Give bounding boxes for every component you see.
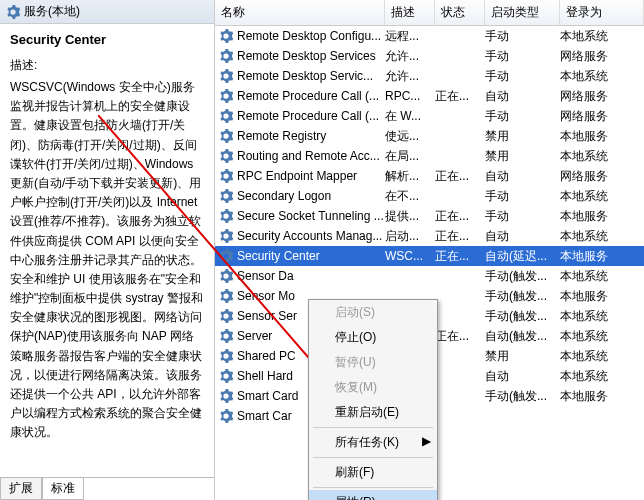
gear-icon (219, 149, 233, 163)
menu-all-tasks[interactable]: 所有任务(K)▶ (309, 430, 437, 455)
menu-start[interactable]: 启动(S) (309, 300, 437, 325)
gear-icon (219, 249, 233, 263)
service-logon: 本地系统 (560, 327, 644, 346)
table-row[interactable]: Remote Procedure Call (...在 W...手动网络服务 (215, 106, 644, 126)
table-row[interactable]: Remote Desktop Services允许...手动网络服务 (215, 46, 644, 66)
service-status (435, 135, 485, 137)
service-desc: 允许... (385, 47, 435, 66)
service-status: 正在... (435, 207, 485, 226)
service-name: Routing and Remote Acc... (237, 149, 380, 163)
service-logon: 本地系统 (560, 187, 644, 206)
service-logon: 本地系统 (560, 267, 644, 286)
service-status (435, 195, 485, 197)
menu-restart[interactable]: 重新启动(E) (309, 400, 437, 425)
service-name: Security Center (237, 249, 320, 263)
menu-stop[interactable]: 停止(O) (309, 325, 437, 350)
service-logon: 本地系统 (560, 147, 644, 166)
table-row[interactable]: Remote Desktop Configu...远程...手动本地系统 (215, 26, 644, 46)
gear-icon (219, 389, 233, 403)
service-desc: 允许... (385, 67, 435, 86)
gear-icon (219, 289, 233, 303)
service-status (435, 35, 485, 37)
gear-icon (219, 209, 233, 223)
menu-properties[interactable]: 属性(R) (309, 490, 437, 500)
service-logon: 本地服务 (560, 207, 644, 226)
context-menu: 启动(S) 停止(O) 暂停(U) 恢复(M) 重新启动(E) 所有任务(K)▶… (308, 299, 438, 500)
col-logon[interactable]: 登录为 (560, 0, 644, 25)
col-name[interactable]: 名称 (215, 0, 385, 25)
col-status[interactable]: 状态 (435, 0, 485, 25)
gear-icon (219, 409, 233, 423)
service-name: Secondary Logon (237, 189, 331, 203)
service-logon: 本地服务 (560, 247, 644, 266)
service-logon: 网络服务 (560, 87, 644, 106)
service-startup: 禁用 (485, 127, 560, 146)
gear-icon (219, 309, 233, 323)
gear-icon (219, 349, 233, 363)
table-header: 名称 描述 状态 启动类型 登录为 (215, 0, 644, 26)
gear-icon (219, 89, 233, 103)
tab-standard[interactable]: 标准 (42, 478, 84, 500)
service-startup: 手动 (485, 47, 560, 66)
service-desc: 在局... (385, 147, 435, 166)
tab-extended[interactable]: 扩展 (0, 478, 42, 500)
gear-icon (219, 129, 233, 143)
service-startup: 自动 (485, 167, 560, 186)
menu-refresh[interactable]: 刷新(F) (309, 460, 437, 485)
table-row[interactable]: Secondary Logon在不...手动本地系统 (215, 186, 644, 206)
service-status (435, 355, 485, 357)
chevron-right-icon: ▶ (422, 434, 431, 448)
service-logon: 网络服务 (560, 167, 644, 186)
service-name: Sensor Mo (237, 289, 295, 303)
col-startup[interactable]: 启动类型 (485, 0, 560, 25)
table-row[interactable]: Routing and Remote Acc...在局...禁用本地系统 (215, 146, 644, 166)
service-desc: RPC... (385, 88, 435, 104)
col-desc[interactable]: 描述 (385, 0, 435, 25)
service-logon: 本地服务 (560, 127, 644, 146)
table-row[interactable]: RPC Endpoint Mapper解析...正在...自动网络服务 (215, 166, 644, 186)
service-startup (485, 415, 560, 417)
service-status (435, 75, 485, 77)
service-startup: 手动 (485, 27, 560, 46)
service-name: Security Accounts Manag... (237, 229, 382, 243)
table-row[interactable]: Remote Procedure Call (...RPC...正在...自动网… (215, 86, 644, 106)
service-status (435, 375, 485, 377)
service-title: Security Center (10, 32, 204, 47)
service-name: Sensor Da (237, 269, 294, 283)
service-logon (560, 415, 644, 417)
gear-icon (219, 269, 233, 283)
service-status: 正在... (435, 227, 485, 246)
service-startup: 手动 (485, 67, 560, 86)
service-startup: 禁用 (485, 147, 560, 166)
table-row[interactable]: Sensor Da手动(触发...本地系统 (215, 266, 644, 286)
table-row[interactable]: Security Accounts Manag...启动...正在...自动本地… (215, 226, 644, 246)
service-logon: 本地系统 (560, 347, 644, 366)
service-name: Remote Procedure Call (... (237, 89, 379, 103)
service-status: 正在... (435, 87, 485, 106)
menu-separator (313, 457, 433, 458)
service-name: Shared PC (237, 349, 296, 363)
menu-resume[interactable]: 恢复(M) (309, 375, 437, 400)
service-startup: 自动 (485, 227, 560, 246)
service-startup: 自动(延迟... (485, 247, 560, 266)
service-name: Remote Registry (237, 129, 326, 143)
service-status (435, 55, 485, 57)
service-logon: 网络服务 (560, 107, 644, 126)
service-desc: 在不... (385, 187, 435, 206)
description-label: 描述: (10, 57, 204, 74)
gear-icon (6, 5, 20, 19)
gear-icon (219, 109, 233, 123)
service-name: Smart Card (237, 389, 298, 403)
table-row[interactable]: Remote Desktop Servic...允许...手动本地系统 (215, 66, 644, 86)
table-row[interactable]: Secure Socket Tunneling ...提供...正在...手动本… (215, 206, 644, 226)
table-row[interactable]: Security CenterWSC...正在...自动(延迟...本地服务 (215, 246, 644, 266)
left-pane-title: 服务(本地) (0, 0, 214, 24)
menu-pause[interactable]: 暂停(U) (309, 350, 437, 375)
table-row[interactable]: Remote Registry使远...禁用本地服务 (215, 126, 644, 146)
service-logon: 本地系统 (560, 27, 644, 46)
left-pane: 服务(本地) Security Center 描述: WSCSVC(Window… (0, 0, 215, 500)
service-name: Sensor Ser (237, 309, 297, 323)
service-status (435, 155, 485, 157)
service-desc: 启动... (385, 227, 435, 246)
gear-icon (219, 229, 233, 243)
